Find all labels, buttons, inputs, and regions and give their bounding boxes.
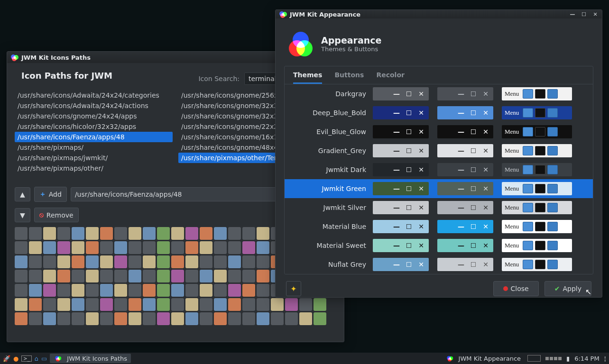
app-icon[interactable]	[200, 241, 212, 254]
app-icon[interactable]	[314, 312, 326, 325]
app-icon[interactable]	[228, 227, 241, 240]
app-icon[interactable]	[157, 284, 170, 297]
app-icon[interactable]	[129, 284, 141, 297]
app-icon[interactable]	[143, 255, 156, 268]
app-icon[interactable]	[29, 227, 42, 240]
app-icon[interactable]	[114, 270, 127, 282]
app-icon[interactable]	[257, 227, 269, 240]
theme-row[interactable]: Evil_Blue_Glow—☐✕—☐✕Menu	[285, 122, 593, 141]
app-icon[interactable]	[72, 270, 84, 282]
app-icon[interactable]	[100, 227, 113, 240]
app-icon[interactable]	[285, 312, 298, 325]
tab-buttons[interactable]: Buttons	[334, 71, 364, 84]
app-icon[interactable]	[242, 298, 255, 311]
app-icon[interactable]	[57, 227, 70, 240]
app-icon[interactable]	[114, 241, 127, 254]
app-icon[interactable]	[15, 255, 28, 268]
app-icon[interactable]	[114, 255, 127, 268]
app-icon[interactable]	[299, 312, 312, 325]
tray-workspaces-icon[interactable]	[545, 357, 562, 360]
app-icon[interactable]	[257, 241, 269, 254]
app-icon[interactable]	[157, 241, 170, 254]
app-icon[interactable]	[214, 298, 227, 311]
theme-row[interactable]: Nuflat Grey—☐✕—☐✕Menu	[285, 255, 593, 274]
app-icon[interactable]	[257, 255, 269, 268]
app-icon[interactable]	[29, 270, 42, 282]
app-icon[interactable]	[143, 270, 156, 282]
app-icon[interactable]	[143, 312, 156, 325]
app-icon[interactable]	[129, 227, 141, 240]
app-icon[interactable]	[43, 312, 56, 325]
tray-box-icon[interactable]	[527, 355, 541, 362]
app-icon[interactable]	[171, 227, 184, 240]
app-icon[interactable]	[43, 227, 56, 240]
app-icon[interactable]	[271, 312, 284, 325]
app-icon[interactable]	[143, 227, 156, 240]
path-item[interactable]: /usr/share/icons/Adwaita/24x24/categorie…	[15, 90, 173, 100]
app-icon[interactable]	[171, 270, 184, 282]
app-icon[interactable]	[29, 241, 42, 254]
app-icon[interactable]	[257, 298, 269, 311]
app-icon[interactable]	[242, 270, 255, 282]
app-icon[interactable]	[143, 241, 156, 254]
app-icon[interactable]	[43, 284, 56, 297]
app-icon[interactable]	[143, 284, 156, 297]
theme-list[interactable]: Darkgray—☐✕—☐✕MenuDeep_Blue_Bold—☐✕—☐✕Me…	[285, 84, 593, 274]
app-icon[interactable]	[86, 255, 99, 268]
app-icon[interactable]	[228, 298, 241, 311]
app-icon[interactable]	[114, 227, 127, 240]
app-icon[interactable]	[57, 255, 70, 268]
notification-icon[interactable]: ¦	[604, 355, 606, 362]
app-icon[interactable]	[15, 312, 28, 325]
app-icon[interactable]	[228, 312, 241, 325]
app-icon[interactable]	[228, 284, 241, 297]
path-item[interactable]: /usr/share/icons/gnome/24x24/apps	[15, 111, 173, 121]
theme-row[interactable]: Material Sweet—☐✕—☐✕Menu	[285, 236, 593, 255]
app-icon[interactable]	[72, 312, 84, 325]
app-icon[interactable]	[157, 270, 170, 282]
app-icon[interactable]	[57, 312, 70, 325]
app-icon[interactable]	[242, 284, 255, 297]
app-icon[interactable]	[129, 298, 141, 311]
app-icon[interactable]	[100, 241, 113, 254]
app-icon[interactable]	[257, 270, 269, 282]
down-button[interactable]: ▼	[15, 208, 30, 222]
app-icon[interactable]	[200, 298, 212, 311]
app-icon[interactable]	[157, 227, 170, 240]
terminal-taskbar-icon[interactable]: >_	[21, 355, 31, 362]
app-icon[interactable]	[100, 298, 113, 311]
app-icon[interactable]	[72, 241, 84, 254]
taskbar-item-icons[interactable]: JWM Kit Icons Paths	[50, 354, 131, 363]
up-button[interactable]: ▲	[15, 187, 30, 201]
tab-themes[interactable]: Themes	[293, 71, 322, 84]
path-input[interactable]	[71, 187, 287, 201]
app-icon[interactable]	[143, 298, 156, 311]
clock[interactable]: 6:14 PM	[574, 355, 599, 362]
app-icon[interactable]	[214, 270, 227, 282]
tab-recolor[interactable]: Recolor	[376, 71, 405, 84]
app-icon[interactable]	[29, 298, 42, 311]
app-icon[interactable]	[242, 227, 255, 240]
app-icon[interactable]	[100, 312, 113, 325]
app-icon[interactable]	[214, 255, 227, 268]
app-icon[interactable]	[200, 255, 212, 268]
app-icon[interactable]	[257, 312, 269, 325]
app-icon[interactable]	[214, 312, 227, 325]
app-icon[interactable]	[15, 284, 28, 297]
app-icon[interactable]	[214, 241, 227, 254]
taskbar-item-appearance[interactable]: JWM Kit Appearance	[442, 354, 525, 363]
theme-row[interactable]: Material Blue—☐✕—☐✕Menu	[285, 217, 593, 236]
app-icon[interactable]	[185, 241, 198, 254]
app-icon[interactable]	[15, 270, 28, 282]
app-icon[interactable]	[86, 270, 99, 282]
theme-row[interactable]: Jwmkit Dark—☐✕—☐✕Menu	[285, 160, 593, 179]
path-list-left[interactable]: /usr/share/icons/Adwaita/24x24/categorie…	[15, 90, 173, 181]
app-icon[interactable]	[157, 255, 170, 268]
home-icon[interactable]: ⌂	[35, 355, 38, 362]
path-item[interactable]: /usr/share/icons/Faenza/apps/48	[15, 132, 173, 142]
app-icon[interactable]	[228, 255, 241, 268]
app-icon[interactable]	[171, 241, 184, 254]
app-icon[interactable]	[242, 241, 255, 254]
app-icon[interactable]	[228, 270, 241, 282]
app-icon[interactable]	[185, 255, 198, 268]
